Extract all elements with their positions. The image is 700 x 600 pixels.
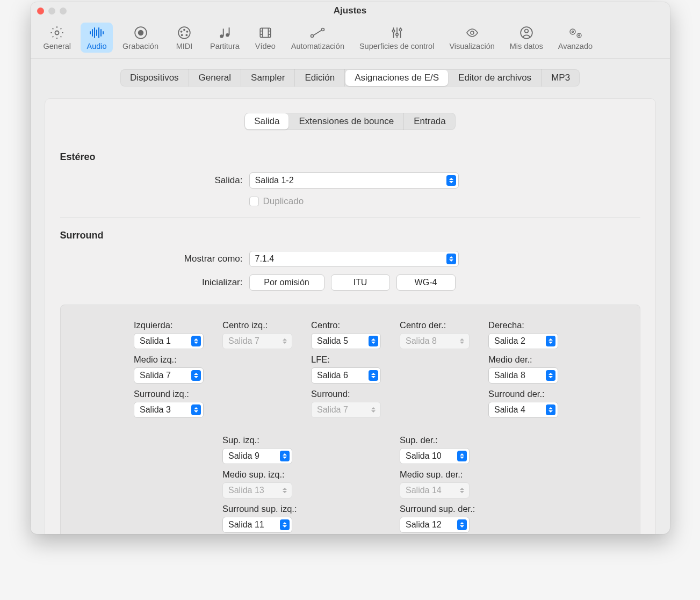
chevron-updown-icon bbox=[191, 336, 201, 346]
audio-subtab-bar: Dispositivos General Sampler Edición Asi… bbox=[120, 69, 580, 86]
channel-value: Salida 4 bbox=[494, 405, 525, 415]
channel-right: Derecha:Salida 2 bbox=[488, 320, 566, 349]
close-window-button[interactable] bbox=[37, 8, 44, 15]
svg-point-11 bbox=[184, 30, 185, 31]
svg-point-40 bbox=[572, 31, 573, 33]
channel-label: Surround sup. der.: bbox=[400, 504, 478, 514]
channel-select-center-right: Salida 8 bbox=[400, 333, 470, 349]
wg4-button[interactable]: WG-4 bbox=[396, 274, 456, 291]
channel-label: Izquierda: bbox=[134, 320, 212, 330]
duplicate-label: Duplicado bbox=[263, 196, 304, 207]
svg-point-34 bbox=[396, 33, 398, 35]
chevron-updown-icon bbox=[369, 404, 378, 415]
automation-icon bbox=[309, 25, 326, 40]
zoom-window-button[interactable] bbox=[60, 8, 67, 15]
midi-icon bbox=[177, 25, 191, 40]
svg-point-15 bbox=[186, 34, 187, 35]
subtab-input[interactable]: Entrada bbox=[404, 113, 456, 130]
stereo-output-label: Salida: bbox=[60, 175, 243, 186]
gear-icon bbox=[49, 25, 64, 40]
channel-select-top-right[interactable]: Salida 10 bbox=[400, 448, 470, 464]
channel-select-top-surr-left[interactable]: Salida 11 bbox=[222, 517, 292, 533]
stereo-output-select[interactable]: Salida 1-2 bbox=[249, 172, 459, 189]
toolbar-score[interactable]: Partitura bbox=[205, 23, 245, 53]
initialize-label: Inicializar: bbox=[60, 277, 243, 288]
svg-point-38 bbox=[525, 30, 529, 33]
channel-select-top-left[interactable]: Salida 9 bbox=[222, 448, 292, 464]
channel-label: Medio sup. der.: bbox=[400, 469, 478, 480]
channel-value: Salida 7 bbox=[228, 336, 259, 346]
toolbar-recording[interactable]: Grabación bbox=[117, 23, 164, 53]
show-as-value: 7.1.4 bbox=[255, 254, 275, 264]
channel-lfe: LFE:Salida 6 bbox=[311, 355, 389, 384]
show-as-label: Mostrar como: bbox=[60, 254, 243, 264]
channel-value: Salida 7 bbox=[140, 371, 171, 380]
channel-select-top-surr-right[interactable]: Salida 12 bbox=[400, 517, 470, 533]
toolbar-midi[interactable]: MIDI bbox=[168, 23, 200, 53]
channel-label: Derecha: bbox=[488, 320, 566, 330]
channel-left: Izquierda:Salida 1 bbox=[134, 320, 212, 349]
channel-select-top-mid-right: Salida 14 bbox=[400, 482, 470, 498]
tab-editing[interactable]: Edición bbox=[295, 69, 345, 86]
channel-top-surr-right: Surround sup. der.:Salida 12 bbox=[400, 504, 478, 533]
toolbar-audio[interactable]: Audio bbox=[81, 23, 113, 53]
itu-button[interactable]: ITU bbox=[331, 274, 390, 291]
toolbar-my-data[interactable]: Mis datos bbox=[504, 23, 549, 53]
svg-point-13 bbox=[186, 31, 187, 32]
user-icon bbox=[519, 25, 533, 40]
channel-value: Salida 10 bbox=[406, 451, 442, 461]
toolbar-advanced[interactable]: Avanzado bbox=[553, 23, 598, 53]
channel-select-mid-right[interactable]: Salida 8 bbox=[488, 367, 558, 384]
svg-point-10 bbox=[178, 27, 190, 39]
toolbar-general[interactable]: General bbox=[38, 23, 77, 53]
default-button[interactable]: Por omisión bbox=[249, 274, 324, 291]
tab-mp3[interactable]: MP3 bbox=[542, 69, 580, 86]
channel-label: Sup. der.: bbox=[400, 435, 478, 445]
svg-rect-19 bbox=[229, 27, 230, 35]
subtab-output[interactable]: Salida bbox=[245, 113, 288, 129]
channel-select-top-mid-left: Salida 13 bbox=[222, 482, 292, 498]
tab-devices[interactable]: Dispositivos bbox=[120, 69, 189, 86]
channel-select-surround-right[interactable]: Salida 4 bbox=[488, 402, 558, 418]
minimize-window-button[interactable] bbox=[48, 8, 55, 15]
stereo-section-title: Estéreo bbox=[60, 151, 640, 163]
channel-select-right[interactable]: Salida 2 bbox=[488, 333, 558, 349]
toolbar-display[interactable]: Visualización bbox=[444, 23, 500, 53]
film-icon bbox=[258, 25, 272, 40]
settings-window: Ajustes General Audio Grabación MIDI bbox=[31, 2, 670, 534]
channel-select-lfe[interactable]: Salida 6 bbox=[311, 367, 381, 384]
channel-value: Salida 3 bbox=[140, 405, 171, 415]
toolbar-automation[interactable]: Automatización bbox=[286, 23, 350, 53]
show-as-select[interactable]: 7.1.4 bbox=[249, 251, 459, 267]
channel-label: Surround izq.: bbox=[134, 389, 212, 399]
channel-select-surround-left[interactable]: Salida 3 bbox=[134, 402, 204, 418]
surround-matrix: Izquierda:Salida 1Centro izq.:Salida 7Ce… bbox=[60, 305, 640, 534]
chevron-updown-icon bbox=[446, 175, 456, 186]
traffic-lights bbox=[37, 8, 67, 15]
channel-value: Salida 9 bbox=[228, 451, 259, 461]
chevron-updown-icon bbox=[457, 485, 467, 496]
channel-select-mid-left[interactable]: Salida 7 bbox=[134, 367, 204, 384]
channel-select-left[interactable]: Salida 1 bbox=[134, 333, 204, 349]
svg-rect-18 bbox=[223, 28, 224, 36]
toolbar-video[interactable]: Vídeo bbox=[249, 23, 282, 53]
tab-general[interactable]: General bbox=[189, 69, 241, 86]
channel-value: Salida 12 bbox=[406, 520, 442, 530]
channel-mid-left: Medio izq.:Salida 7 bbox=[134, 355, 212, 384]
svg-point-0 bbox=[55, 31, 59, 35]
duplicate-checkbox[interactable] bbox=[249, 197, 259, 206]
waveform-icon bbox=[89, 25, 105, 40]
tab-file-editor[interactable]: Editor de archivos bbox=[449, 69, 542, 86]
tab-io-assignments[interactable]: Asignaciones de E/S bbox=[345, 70, 448, 86]
channel-center-right: Centro der.:Salida 8 bbox=[400, 320, 478, 349]
preferences-toolbar: General Audio Grabación MIDI Partitura bbox=[31, 19, 670, 59]
channel-label: Medio sup. izq.: bbox=[222, 469, 300, 480]
channel-center-left: Centro izq.:Salida 7 bbox=[222, 320, 300, 349]
channel-select-center[interactable]: Salida 5 bbox=[311, 333, 381, 349]
subtab-bounce-extensions[interactable]: Extensiones de bounce bbox=[289, 113, 404, 130]
chevron-updown-icon bbox=[457, 336, 467, 346]
chevron-updown-icon bbox=[546, 404, 555, 415]
toolbar-control-surfaces[interactable]: Superficies de control bbox=[354, 23, 439, 53]
io-direction-tabs: Salida Extensiones de bounce Entrada bbox=[244, 113, 456, 130]
tab-sampler[interactable]: Sampler bbox=[241, 69, 295, 86]
